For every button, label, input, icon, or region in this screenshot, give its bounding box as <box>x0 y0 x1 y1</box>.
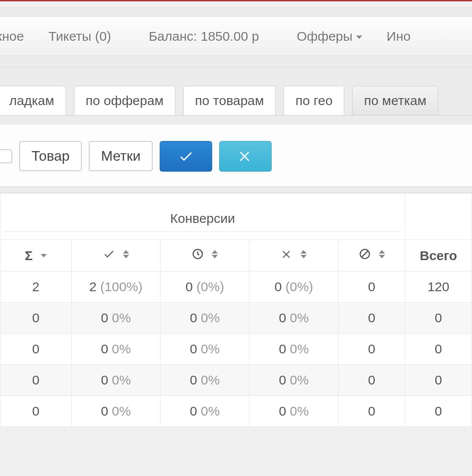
cell-sum: 0 <box>0 365 72 396</box>
cell-sum: 0 <box>0 303 72 334</box>
tab-by-geo[interactable]: по гео <box>283 86 344 115</box>
column-header-sum[interactable]: Σ <box>0 240 72 271</box>
cell-pending: 0 0% <box>161 303 249 334</box>
filter-chip-cut[interactable] <box>0 149 12 163</box>
cell-approved: 0 0% <box>71 303 160 334</box>
cell-total: 120 <box>405 271 472 303</box>
clock-icon <box>192 248 204 260</box>
cell-approved: 0 0% <box>71 396 160 427</box>
caret-down-icon <box>356 35 362 39</box>
pattern-strip <box>0 116 472 124</box>
table-row: 00 0%0 0%0 0%00 <box>0 396 472 427</box>
column-header-cancelled[interactable] <box>338 240 405 271</box>
column-group-conversions: Конверсии <box>0 194 405 240</box>
apply-button[interactable] <box>160 141 212 172</box>
column-group-total-spacer <box>405 194 472 240</box>
cell-rejected: 0 (0%) <box>249 271 338 303</box>
sort-desc-icon <box>41 254 47 257</box>
stats-table-wrap: Конверсии Σ <box>0 193 472 427</box>
cell-approved: 0 0% <box>71 365 160 396</box>
column-header-rejected[interactable] <box>249 240 338 271</box>
cell-cancelled: 0 <box>338 334 405 365</box>
nav-item-offers[interactable]: Офферы <box>284 29 374 44</box>
clear-button[interactable] <box>219 141 272 172</box>
column-header-pending[interactable] <box>161 240 249 271</box>
column-header-total-label: Всего <box>420 248 457 263</box>
column-header-total[interactable]: Всего <box>405 240 472 271</box>
tab-by-labels[interactable]: по меткам <box>352 86 438 115</box>
cross-icon <box>281 249 293 260</box>
nav-item-more[interactable]: Ино <box>374 29 423 44</box>
pattern-strip <box>0 187 472 193</box>
cell-sum: 0 <box>0 396 72 427</box>
main-nav: ажное Тикеты (0) Баланс: 1850.00 р Оффер… <box>0 17 472 56</box>
cell-total: 0 <box>405 334 472 365</box>
sort-icon <box>301 250 307 258</box>
cell-rejected: 0 0% <box>249 303 338 334</box>
cell-pending: 0 0% <box>161 396 249 427</box>
cell-rejected: 0 0% <box>249 365 338 396</box>
table-row: 00 0%0 0%0 0%00 <box>0 303 472 334</box>
filters: Товар Метки <box>0 124 472 187</box>
nav-item-tickets[interactable]: Тикеты (0) <box>36 29 123 44</box>
table-row: 00 0%0 0%0 0%00 <box>0 334 472 365</box>
nav-item-important[interactable]: ажное <box>0 29 36 44</box>
cell-total: 0 <box>405 303 472 334</box>
filter-chip-labels[interactable]: Метки <box>89 141 153 171</box>
pattern-strip <box>0 56 472 67</box>
cell-pending: 0 (0%) <box>161 271 249 303</box>
cell-cancelled: 0 <box>338 396 405 427</box>
cross-icon <box>238 149 253 164</box>
tabs: ладкам по офферам по товарам по гео по м… <box>0 67 472 116</box>
table-row: 00 0%0 0%0 0%00 <box>0 365 472 396</box>
nav-item-offers-label: Офферы <box>297 29 353 44</box>
cell-rejected: 0 0% <box>249 334 338 365</box>
stats-table: Конверсии Σ <box>0 193 472 427</box>
nav-item-balance[interactable]: Баланс: 1850.00 р <box>136 29 271 44</box>
cell-sum: 0 <box>0 334 72 365</box>
cell-cancelled: 0 <box>338 303 405 334</box>
cell-total: 0 <box>405 365 472 396</box>
check-icon <box>103 248 115 260</box>
cell-total: 0 <box>405 396 472 427</box>
sort-icon <box>123 250 129 258</box>
cell-cancelled: 0 <box>338 365 405 396</box>
cell-approved: 0 0% <box>71 334 160 365</box>
cell-rejected: 0 0% <box>249 396 338 427</box>
cell-approved: 2 (100%) <box>71 271 160 303</box>
sigma-label: Σ <box>25 248 33 263</box>
tab-by-products[interactable]: по товарам <box>183 86 276 115</box>
cell-pending: 0 0% <box>161 334 249 365</box>
sort-icon <box>212 250 218 258</box>
cell-sum: 2 <box>0 271 72 303</box>
filter-chip-product[interactable]: Товар <box>19 141 82 171</box>
cell-pending: 0 0% <box>161 365 249 396</box>
check-icon <box>178 148 194 164</box>
ban-icon <box>359 248 371 260</box>
table-row: 22 (100%)0 (0%)0 (0%)0120 <box>0 271 472 303</box>
tab-by-offers[interactable]: по офферам <box>74 86 175 115</box>
sort-icon <box>379 250 385 258</box>
tab-by-layouts[interactable]: ладкам <box>0 86 66 115</box>
column-header-approved[interactable] <box>71 240 160 271</box>
column-group-label: Конверсии <box>4 201 401 232</box>
pattern-strip <box>0 8 472 17</box>
top-accent-bar <box>0 0 472 8</box>
cell-cancelled: 0 <box>338 271 405 303</box>
